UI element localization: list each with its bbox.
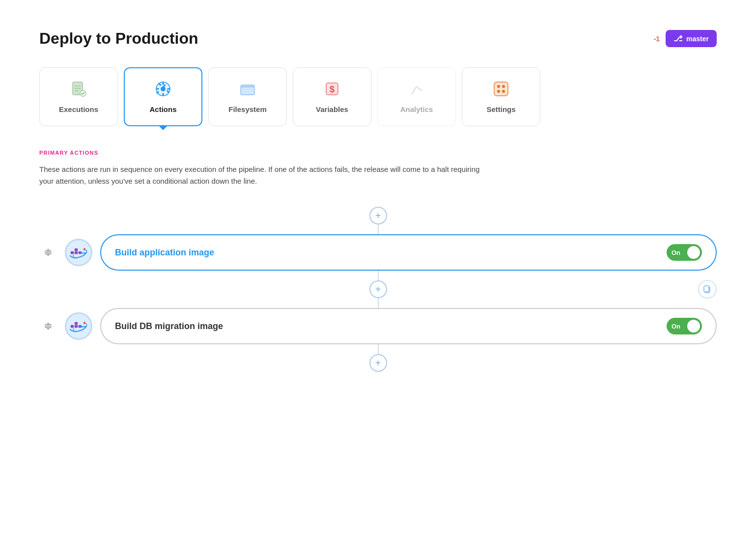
svg-point-22	[497, 90, 500, 93]
svg-point-23	[502, 90, 505, 93]
badge-minus: -1	[654, 35, 660, 43]
svg-rect-30	[75, 251, 78, 254]
action-card-2[interactable]: Build DB migration image On	[100, 308, 717, 344]
toggle-wrap-2: On	[667, 318, 702, 334]
analytics-icon	[408, 80, 425, 100]
toggle-label-2: On	[672, 323, 680, 330]
tab-filesystem[interactable]: Filesystem	[208, 67, 287, 126]
toggle-wrap-1: On	[667, 244, 702, 261]
header-right: -1 ⎇ master	[654, 30, 717, 47]
connector-4	[378, 344, 379, 354]
svg-rect-9	[156, 88, 159, 90]
action-card-1[interactable]: Build application image On	[100, 234, 717, 271]
svg-marker-39	[47, 322, 50, 324]
add-action-button-bottom[interactable]: +	[369, 354, 387, 372]
page-title: Deploy to Production	[39, 29, 198, 48]
copy-button-1[interactable]	[698, 280, 717, 299]
svg-point-45	[84, 322, 85, 324]
tab-variables[interactable]: $ Variables	[293, 67, 371, 126]
tab-bar: Executions Actions	[39, 67, 717, 126]
action-icon-1	[65, 239, 92, 266]
connector-3	[378, 298, 379, 308]
tab-variables-label: Variables	[316, 105, 348, 113]
toggle-knob-2	[687, 320, 700, 333]
add-row-middle: +	[39, 280, 717, 298]
action-row-2: Build DB migration image On	[39, 308, 717, 344]
svg-point-33	[84, 248, 85, 250]
page-header: Deploy to Production -1 ⎇ master	[39, 29, 717, 48]
tab-actions-label: Actions	[149, 105, 176, 113]
settings-icon	[492, 80, 510, 100]
svg-rect-7	[163, 82, 164, 85]
tab-analytics-label: Analytics	[400, 105, 433, 113]
tab-settings[interactable]: Settings	[462, 67, 540, 126]
tab-executions-label: Executions	[59, 105, 98, 113]
svg-point-6	[161, 86, 166, 91]
actions-icon	[154, 80, 172, 100]
svg-rect-10	[167, 88, 170, 90]
tab-filesystem-label: Filesystem	[228, 105, 267, 113]
svg-point-21	[502, 85, 505, 88]
svg-rect-16	[241, 85, 254, 87]
branch-label: master	[686, 35, 709, 43]
section-description: These actions are run in sequence on eve…	[39, 164, 481, 187]
pipeline: +	[39, 207, 717, 372]
variables-icon: $	[323, 80, 341, 100]
svg-marker-27	[47, 249, 50, 250]
action-icon-2	[65, 312, 92, 340]
tab-actions[interactable]: Actions	[124, 67, 202, 126]
toggle-label-1: On	[672, 249, 680, 256]
tab-executions[interactable]: Executions	[39, 67, 118, 126]
filesystem-icon	[239, 80, 256, 100]
svg-rect-42	[75, 325, 78, 328]
connector-1	[378, 224, 379, 234]
svg-marker-28	[47, 254, 50, 256]
drag-handle-2[interactable]	[39, 317, 57, 335]
section-title: PRIMARY ACTIONS	[39, 150, 717, 156]
toggle-2[interactable]: On	[667, 318, 702, 334]
svg-point-20	[497, 85, 500, 88]
toggle-knob-1	[687, 246, 700, 259]
svg-rect-35	[704, 286, 709, 292]
action-name-1: Build application image	[115, 248, 214, 258]
svg-rect-8	[163, 93, 164, 96]
branch-icon: ⎇	[673, 34, 682, 43]
primary-actions-section: PRIMARY ACTIONS These actions are run in…	[39, 150, 717, 372]
toggle-1[interactable]: On	[667, 244, 702, 261]
tab-settings-label: Settings	[486, 105, 515, 113]
svg-marker-40	[47, 328, 50, 330]
connector-2	[378, 271, 379, 280]
add-action-button-top[interactable]: +	[369, 207, 387, 224]
svg-rect-31	[75, 249, 78, 251]
drag-handle-1[interactable]	[39, 244, 57, 261]
action-row-1: Build application image On	[39, 234, 717, 271]
svg-rect-19	[494, 82, 508, 96]
add-action-button-middle[interactable]: +	[369, 280, 387, 298]
svg-rect-43	[75, 322, 78, 325]
svg-text:$: $	[330, 84, 335, 94]
tab-analytics: Analytics	[377, 67, 456, 126]
branch-button[interactable]: ⎇ master	[666, 30, 717, 47]
svg-rect-41	[71, 325, 74, 328]
svg-rect-29	[71, 251, 74, 254]
executions-icon	[70, 80, 87, 100]
action-name-2: Build DB migration image	[115, 321, 223, 332]
